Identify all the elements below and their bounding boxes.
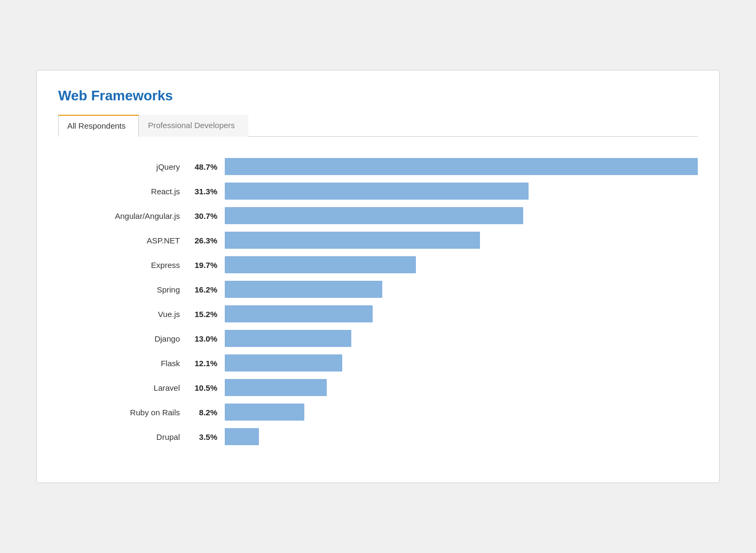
bar-3: [225, 232, 480, 249]
pct-10: 8.2%: [186, 408, 225, 417]
bar-10: [225, 404, 304, 421]
pct-8: 12.1%: [186, 359, 225, 368]
bar-area-10: [225, 404, 698, 421]
pct-7: 13.0%: [186, 334, 225, 343]
bar-0: [225, 158, 698, 175]
page-title: Web Frameworks: [58, 88, 698, 104]
bar-4: [225, 256, 416, 273]
bar-area-0: [225, 158, 698, 175]
pct-9: 10.5%: [186, 383, 225, 392]
label-3: ASP.NET: [58, 236, 186, 245]
bar-8: [225, 354, 342, 372]
chart-row: ASP.NET26.3%: [58, 232, 698, 249]
pct-6: 15.2%: [186, 310, 225, 319]
bar-area-2: [225, 207, 698, 224]
bar-area-1: [225, 183, 698, 200]
label-0: jQuery: [58, 162, 186, 171]
bar-1: [225, 183, 529, 200]
pct-1: 31.3%: [186, 187, 225, 196]
chart-row: Vue.js15.2%: [58, 305, 698, 322]
label-10: Ruby on Rails: [58, 408, 186, 417]
label-6: Vue.js: [58, 310, 186, 319]
chart-row: Express19.7%: [58, 256, 698, 273]
bar-11: [225, 428, 259, 445]
label-11: Drupal: [58, 432, 186, 441]
bar-area-9: [225, 379, 698, 396]
pct-0: 48.7%: [186, 162, 225, 171]
chart-row: Laravel10.5%: [58, 379, 698, 396]
pct-2: 30.7%: [186, 211, 225, 220]
bar-6: [225, 305, 373, 322]
label-5: Spring: [58, 285, 186, 294]
chart-row: Angular/Angular.js30.7%: [58, 207, 698, 224]
tab-1[interactable]: Professional Developers: [139, 115, 248, 137]
bar-area-11: [225, 428, 698, 445]
bar-7: [225, 330, 351, 347]
bar-area-7: [225, 330, 698, 347]
tabs-container: All RespondentsProfessional Developers: [58, 115, 698, 137]
bar-9: [225, 379, 327, 396]
chart-row: Django13.0%: [58, 330, 698, 347]
label-8: Flask: [58, 359, 186, 368]
label-7: Django: [58, 334, 186, 343]
label-4: Express: [58, 260, 186, 270]
chart-row: Drupal3.5%: [58, 428, 698, 445]
chart-row: React.js31.3%: [58, 183, 698, 200]
bar-area-8: [225, 354, 698, 372]
tab-0[interactable]: All Respondents: [58, 115, 139, 137]
pct-5: 16.2%: [186, 285, 225, 294]
main-card: Web Frameworks All RespondentsProfession…: [36, 70, 720, 483]
chart-container: jQuery48.7%React.js31.3%Angular/Angular.…: [58, 154, 698, 457]
pct-3: 26.3%: [186, 236, 225, 245]
bar-area-6: [225, 305, 698, 322]
bar-area-4: [225, 256, 698, 273]
chart-row: jQuery48.7%: [58, 158, 698, 175]
bar-area-5: [225, 281, 698, 298]
bar-2: [225, 207, 523, 224]
label-1: React.js: [58, 187, 186, 196]
pct-4: 19.7%: [186, 260, 225, 270]
label-2: Angular/Angular.js: [58, 211, 186, 220]
bar-5: [225, 281, 382, 298]
chart-row: Spring16.2%: [58, 281, 698, 298]
bar-area-3: [225, 232, 698, 249]
chart-row: Ruby on Rails8.2%: [58, 404, 698, 421]
pct-11: 3.5%: [186, 432, 225, 441]
label-9: Laravel: [58, 383, 186, 392]
chart-row: Flask12.1%: [58, 354, 698, 372]
